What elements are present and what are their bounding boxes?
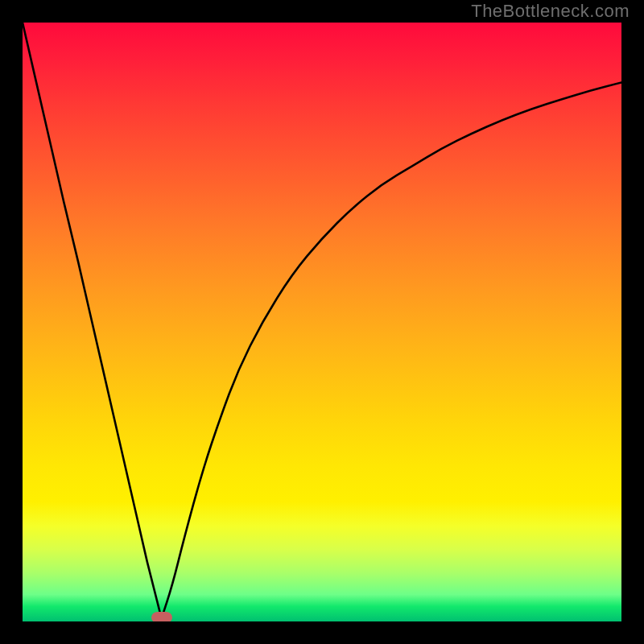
chart-frame: TheBottleneck.com — [0, 0, 644, 644]
plot-area — [23, 23, 621, 621]
watermark-text: TheBottleneck.com — [471, 1, 630, 22]
minimum-marker — [151, 612, 172, 621]
bottleneck-curve — [23, 23, 621, 621]
